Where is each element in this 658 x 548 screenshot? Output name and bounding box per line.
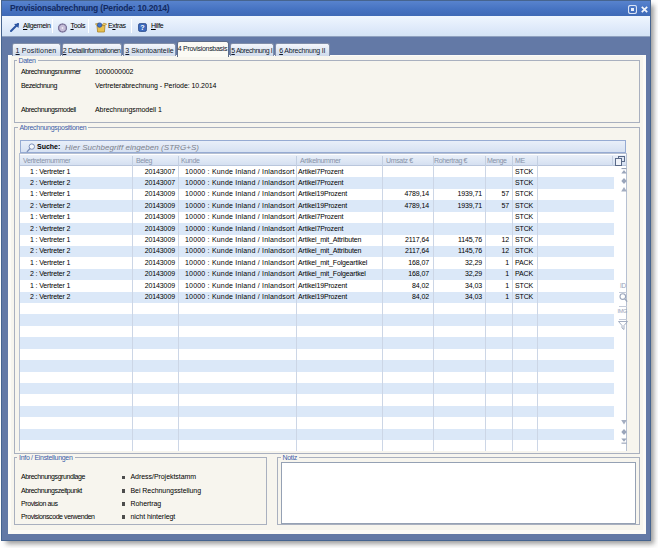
svg-text:?: ? xyxy=(140,23,144,32)
